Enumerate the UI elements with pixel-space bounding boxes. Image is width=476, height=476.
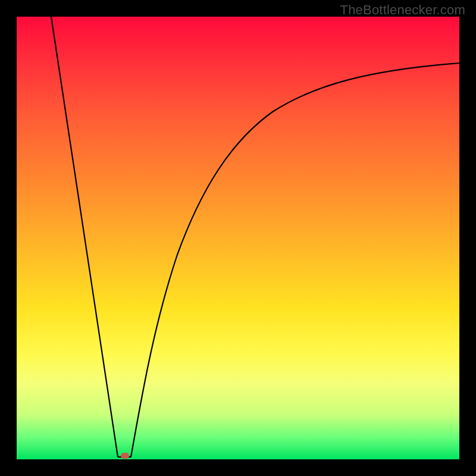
optimal-point-marker — [121, 453, 129, 459]
attribution-label: TheBottlenecker.com — [340, 2, 465, 18]
curve-right-segment — [131, 63, 459, 457]
chart-frame: TheBottlenecker.com — [0, 0, 476, 476]
plot-area — [17, 17, 459, 459]
curve-left-segment — [51, 17, 118, 457]
bottleneck-curve — [17, 17, 459, 459]
